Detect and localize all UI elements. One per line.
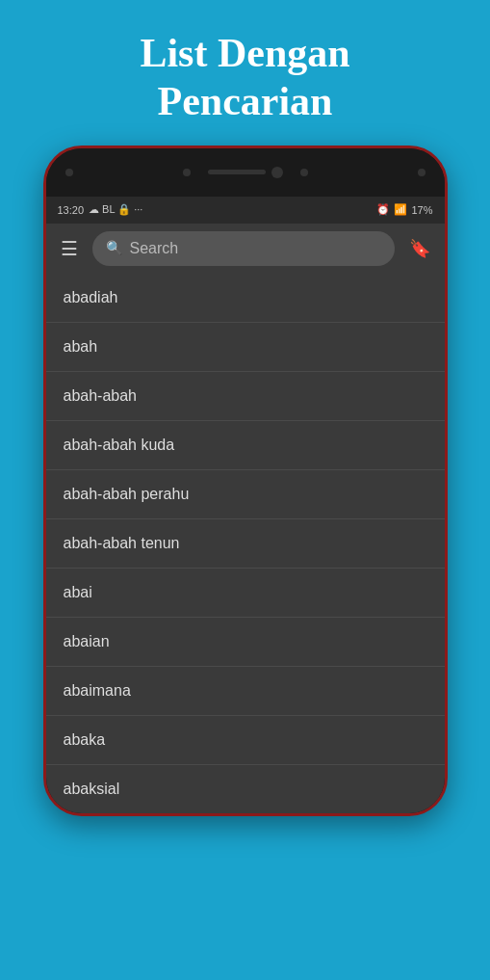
list-item[interactable]: abah-abah [46, 372, 445, 421]
front-camera [271, 167, 283, 178]
list-item[interactable]: abaksial [46, 765, 445, 813]
bookmark-button[interactable]: 🔖 [404, 233, 435, 264]
search-icon: 🔍 [106, 240, 122, 256]
list-item[interactable]: abaka [46, 716, 445, 765]
list-item[interactable]: abah-abah tenun [46, 519, 445, 569]
list-item[interactable]: abaimana [46, 667, 445, 716]
camera-dot-3 [418, 169, 426, 176]
camera-dot-2 [183, 169, 191, 176]
camera-dot-1 [65, 169, 73, 176]
hamburger-menu-button[interactable]: ☰ [56, 232, 83, 265]
status-bar: 13:20 ☁ BL 🔒 ··· ⏰ 📶 17% [46, 197, 445, 224]
status-left: 13:20 ☁ BL 🔒 ··· [58, 203, 143, 216]
search-placeholder-text: Search [130, 240, 179, 257]
phone-device: 13:20 ☁ BL 🔒 ··· ⏰ 📶 17% ☰ 🔍 Search 🔖 ab… [43, 146, 448, 816]
signal-icon: 📶 [394, 203, 407, 216]
word-list: abadiahabahabah-abahabah-abah kudaabah-a… [46, 274, 445, 813]
list-item[interactable]: abadiah [46, 274, 445, 323]
app-header: ☰ 🔍 Search 🔖 [46, 224, 445, 274]
page-title: List Dengan Pencarian [101, 0, 388, 146]
list-item[interactable]: abai [46, 569, 445, 618]
phone-notch [46, 148, 445, 197]
battery-level: 17% [411, 204, 432, 216]
list-item[interactable]: abaian [46, 618, 445, 667]
list-item[interactable]: abah [46, 323, 445, 372]
sensor-dot [300, 169, 308, 176]
alarm-icon: ⏰ [376, 203, 390, 216]
search-box[interactable]: 🔍 Search [92, 231, 395, 266]
title-line2: Pencarian [158, 79, 333, 123]
status-right: ⏰ 📶 17% [376, 203, 432, 216]
list-item[interactable]: abah-abah kuda [46, 421, 445, 470]
status-icons: ☁ BL 🔒 ··· [89, 203, 142, 216]
title-line1: List Dengan [140, 31, 349, 75]
speaker-bar [208, 170, 266, 174]
phone-camera-area [208, 167, 283, 178]
list-item[interactable]: abah-abah perahu [46, 470, 445, 519]
status-time: 13:20 [58, 204, 85, 216]
